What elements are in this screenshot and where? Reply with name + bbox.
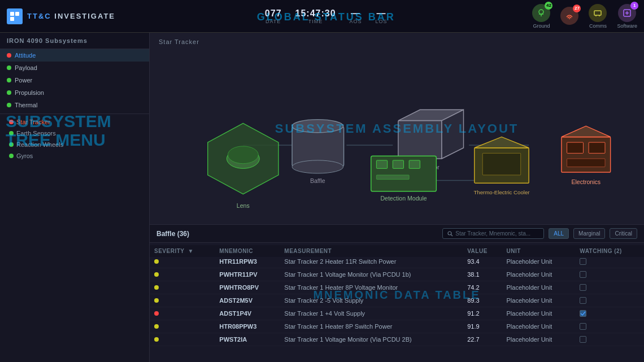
sidebar-item-propulsion[interactable]: Propulsion <box>0 86 149 99</box>
ground-status[interactable]: 42 Ground <box>532 4 550 29</box>
table-row[interactable]: PWHTRO8PV Star Tracker 1 Heater 8P Volta… <box>150 281 644 294</box>
aos-value: — <box>351 8 360 19</box>
mnemonic-cell: ADST1P4V <box>215 307 280 320</box>
sidebar-item-payload[interactable]: Payload <box>0 62 149 74</box>
col-severity[interactable]: Severity ▼ <box>150 245 215 258</box>
earth-sensors-dot <box>9 131 14 136</box>
los-label: LOS <box>376 19 388 24</box>
watch-cell[interactable] <box>575 307 644 320</box>
severity-cell <box>150 268 215 281</box>
logo-icon <box>7 8 23 24</box>
mnemonic-cell: PWHTRO8PV <box>215 281 280 294</box>
severity-cell <box>150 294 215 307</box>
table-row[interactable]: PWST2IA Star Tracker 1 Voltage Monitor (… <box>150 333 644 346</box>
unit-cell: Placeholder Unit <box>502 307 575 320</box>
sidebar-subitem-reaction-wheels[interactable]: Reaction Wheels <box>0 139 149 150</box>
unit-cell: Placeholder Unit <box>502 333 575 346</box>
watch-checkbox[interactable] <box>580 271 586 278</box>
payload-dot <box>7 66 11 70</box>
value-cell: 91.9 <box>463 320 502 333</box>
watch-cell[interactable] <box>575 294 644 307</box>
mnemonic-cell: PWST2IA <box>215 333 280 346</box>
svg-text:Baffle: Baffle <box>310 177 325 184</box>
table-row[interactable]: PWHTR11PV Star Tracker 1 Voltage Monitor… <box>150 268 644 281</box>
sidebar-title: IRON 4090 Subsystems <box>0 33 149 49</box>
table-row[interactable]: ADST2M5V Star Tracker 2 -5 Volt Supply 8… <box>150 294 644 307</box>
col-mnemonic[interactable]: Mnemonic <box>215 245 280 258</box>
svg-rect-35 <box>409 160 420 168</box>
electronics-component[interactable]: Electronics <box>562 126 611 185</box>
mnemonic-cell: PWHTR11PV <box>215 268 280 281</box>
lens-component[interactable]: Lens <box>208 123 279 208</box>
svg-rect-0 <box>10 12 14 16</box>
filter-marginal-button[interactable]: Marginal <box>573 228 605 239</box>
unit-cell: Placeholder Unit <box>502 281 575 294</box>
sidebar-item-attitude[interactable]: Attitude <box>0 49 149 62</box>
svg-rect-3 <box>15 17 19 21</box>
search-placeholder: Star Tracker, Mnemonic, sta... <box>455 230 530 237</box>
date-value: 077 <box>265 8 282 19</box>
sidebar-subitem-earth-sensors[interactable]: Earth Sensors <box>0 128 149 139</box>
col-watching[interactable]: Watching (2) <box>575 245 644 258</box>
propulsion-dot <box>7 90 11 95</box>
svg-rect-1 <box>15 12 19 16</box>
reaction-wheels-dot <box>9 142 14 147</box>
comms2-status[interactable]: Comms <box>589 4 607 29</box>
comms2-icon <box>589 4 607 22</box>
svg-point-25 <box>292 120 343 133</box>
svg-rect-46 <box>567 159 605 167</box>
status-aos: — AOS <box>350 8 362 24</box>
col-unit[interactable]: Unit <box>502 245 575 258</box>
watch-cell[interactable] <box>575 320 644 333</box>
watch-cell[interactable] <box>575 333 644 346</box>
table-controls: Star Tracker, Mnemonic, sta... ALL Margi… <box>442 228 637 239</box>
time-label: Time <box>308 19 323 24</box>
col-measurement[interactable]: Measurement <box>280 245 463 258</box>
measurement-cell: Star Tracker 1 Voltage Monitor (Via PCDU… <box>280 333 463 346</box>
watch-checkbox[interactable] <box>580 297 586 304</box>
svg-rect-44 <box>567 142 584 153</box>
col-value[interactable]: Value <box>463 245 502 258</box>
aos-label: AOS <box>350 19 362 24</box>
tec-component[interactable]: Thermo-Electric Cooler <box>473 137 530 195</box>
watch-cell[interactable] <box>575 268 644 281</box>
sidebar-subitem-star-tracker[interactable]: Star Tracker <box>0 116 149 128</box>
detection-module-component[interactable]: Detection Module <box>371 156 437 202</box>
severity-indicator <box>154 337 159 342</box>
header-bar: TT&C INVESTIGATE GLOBAL STATUS BAR 077 D… <box>0 0 644 33</box>
watch-checkbox[interactable] <box>580 336 586 343</box>
svg-rect-36 <box>376 175 409 180</box>
comms-icon: 27 <box>560 7 578 25</box>
filter-critical-button[interactable]: Critical <box>610 228 637 239</box>
watch-checkbox[interactable] <box>580 258 586 265</box>
watch-checkbox[interactable] <box>580 284 586 291</box>
svg-point-48 <box>448 232 451 235</box>
sidebar-subitem-gyros[interactable]: Gyros <box>0 150 149 162</box>
table-row[interactable]: ADST1P4V Star Tracker 1 +4 Volt Supply 9… <box>150 307 644 320</box>
table-row[interactable]: HTR08PPW3 Star Tracker 1 Heater 8P Switc… <box>150 320 644 333</box>
app-title: TT&C INVESTIGATE <box>27 12 115 20</box>
value-cell: 22.7 <box>463 333 502 346</box>
svg-text:Thermo-Electric Cooler: Thermo-Electric Cooler <box>473 189 530 195</box>
table-header-row: Baffle (36) Star Tracker, Mnemonic, sta.… <box>150 225 644 243</box>
software-status[interactable]: 1 Software <box>617 4 637 29</box>
los-value: — <box>377 8 386 19</box>
power-label: Power <box>15 77 32 84</box>
sidebar-item-thermal[interactable]: Thermal <box>0 99 149 111</box>
filter-all-button[interactable]: ALL <box>549 228 569 239</box>
svg-rect-2 <box>10 17 14 21</box>
watch-checkbox[interactable] <box>580 310 586 317</box>
severity-indicator <box>154 259 159 264</box>
severity-indicator <box>154 324 159 329</box>
comms-status[interactable]: 27 <box>560 7 578 26</box>
svg-marker-39 <box>475 137 529 147</box>
status-center: GLOBAL STATUS BAR 077 Date 15:47:30 Time… <box>120 8 532 24</box>
search-box[interactable]: Star Tracker, Mnemonic, sta... <box>442 228 544 239</box>
watch-checkbox[interactable] <box>580 323 586 330</box>
sidebar-item-power[interactable]: Power <box>0 74 149 86</box>
watch-cell[interactable] <box>575 281 644 294</box>
svg-point-22 <box>228 146 258 164</box>
power-dot <box>7 78 11 82</box>
svg-point-7 <box>569 18 570 19</box>
baffle-component[interactable]: Baffle <box>292 120 344 185</box>
